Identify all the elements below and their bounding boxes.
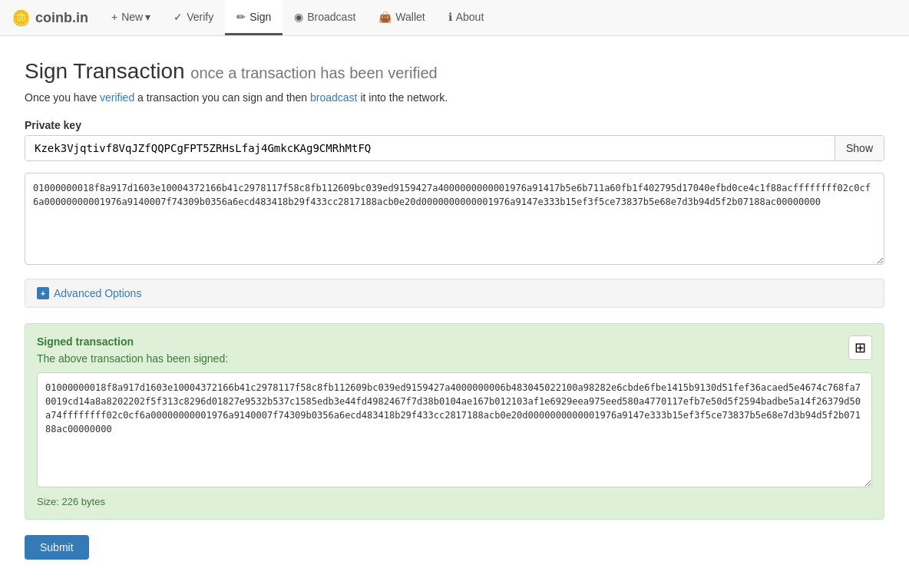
info-icon: ℹ [448, 11, 452, 23]
page-subtitle: once a transaction has been verified [190, 64, 437, 81]
nav-menu: + New ▾ ✓ Verify ✏ Sign ◉ Broadcast [100, 0, 495, 35]
intro-text-before: Once you have [25, 91, 97, 104]
plus-box-icon: + [37, 287, 49, 299]
broadcast-link[interactable]: broadcast [310, 91, 357, 104]
submit-button[interactable]: Submit [25, 535, 89, 560]
nav-item-new: + New ▾ [100, 0, 162, 35]
nav-link-new[interactable]: + New ▾ [100, 0, 162, 35]
nav-link-verify[interactable]: ✓ Verify [162, 0, 225, 35]
nav-label-verify: Verify [187, 11, 213, 23]
advanced-options-bar[interactable]: + Advanced Options [25, 279, 884, 308]
nav-item-about: ℹ About [437, 0, 496, 35]
intro-text-middle: a transaction you can sign and then [137, 91, 307, 104]
transaction-textarea[interactable]: 01000000018f8a917d1603e10004372166b41c29… [25, 173, 884, 265]
broadcast-icon: ◉ [294, 11, 303, 23]
plus-icon: + [111, 11, 117, 23]
private-key-label: Private key [25, 119, 884, 131]
page-title: Sign Transaction once a transaction has … [25, 59, 884, 84]
brand-name: coinb.in [35, 10, 88, 26]
brand-logo[interactable]: 🪙 coinb.in [8, 0, 100, 35]
nav-label-about: About [456, 11, 484, 23]
qr-code-button[interactable]: ⊞ [848, 335, 872, 360]
nav-item-wallet: 👜 Wallet [367, 0, 436, 35]
nav-item-verify: ✓ Verify [162, 0, 225, 35]
main-content: Sign Transaction once a transaction has … [9, 36, 900, 575]
nav-item-sign: ✏ Sign [225, 0, 283, 35]
signed-tx-subtitle: The above transaction has been signed: [37, 352, 872, 365]
pencil-icon: ✏ [236, 11, 246, 23]
signed-tx-title: Signed transaction [37, 335, 872, 348]
nav-link-sign[interactable]: ✏ Sign [225, 0, 283, 35]
page-title-main: Sign Transaction [25, 59, 185, 83]
brand-icon: 🪙 [12, 8, 31, 27]
verified-link[interactable]: verified [100, 91, 134, 104]
nav-item-broadcast: ◉ Broadcast [283, 0, 367, 35]
signed-transaction-box: Signed transaction The above transaction… [25, 323, 884, 520]
nav-link-wallet[interactable]: 👜 Wallet [367, 0, 436, 35]
nav-label-broadcast: Broadcast [307, 11, 355, 23]
qr-code-icon: ⊞ [854, 340, 866, 355]
private-key-group: Show [25, 135, 884, 161]
nav-label-sign: Sign [250, 11, 271, 23]
checkmark-icon: ✓ [174, 11, 183, 23]
show-button[interactable]: Show [835, 136, 884, 160]
signed-tx-textarea[interactable]: 01000000018f8a917d1603e10004372166b41c29… [37, 372, 872, 487]
private-key-input[interactable] [25, 136, 835, 160]
dropdown-arrow-icon: ▾ [145, 11, 150, 23]
signed-tx-size: Size: 226 bytes [37, 496, 872, 507]
nav-link-about[interactable]: ℹ About [437, 0, 496, 35]
wallet-icon: 👜 [378, 11, 392, 23]
nav-label-wallet: Wallet [395, 11, 425, 23]
intro-text-end: it into the network. [360, 91, 448, 104]
navbar: 🪙 coinb.in + New ▾ ✓ Verify ✏ Sign ◉ [0, 0, 909, 36]
nav-label-new: New [121, 11, 143, 23]
intro-paragraph: Once you have verified a transaction you… [25, 91, 884, 104]
nav-link-broadcast[interactable]: ◉ Broadcast [283, 0, 367, 35]
advanced-options-label: Advanced Options [54, 287, 141, 299]
